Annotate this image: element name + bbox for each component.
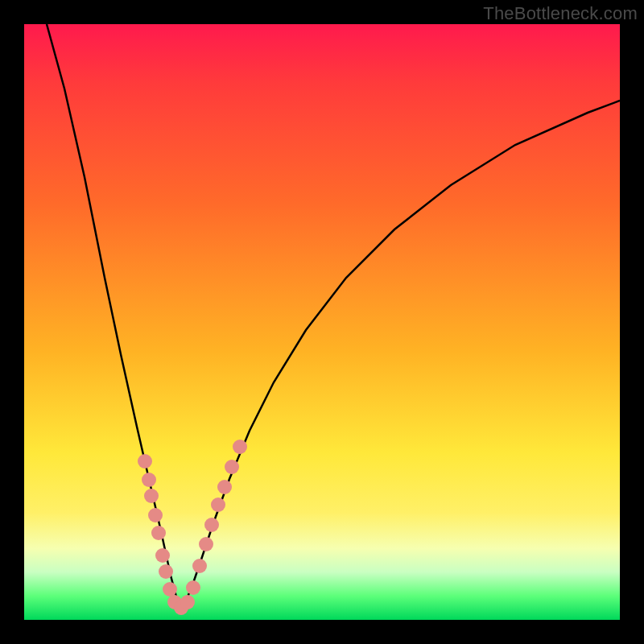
marker-dot bbox=[142, 473, 156, 487]
marker-dot bbox=[217, 480, 232, 494]
chart-frame: TheBottleneck.com bbox=[0, 0, 644, 644]
bottleneck-curve bbox=[47, 24, 620, 608]
marker-dot bbox=[186, 580, 200, 595]
marker-dot bbox=[199, 537, 213, 551]
marker-dot bbox=[211, 497, 225, 512]
watermark-text: TheBottleneck.com bbox=[483, 3, 638, 24]
marker-dot bbox=[159, 564, 173, 579]
marker-dot bbox=[225, 460, 239, 474]
marker-dot bbox=[138, 454, 152, 469]
marker-dot bbox=[204, 518, 219, 532]
marker-dot bbox=[155, 548, 170, 563]
marker-dot bbox=[192, 559, 207, 573]
plot-area bbox=[24, 24, 620, 620]
marker-dot bbox=[148, 508, 163, 522]
marker-dot bbox=[233, 440, 247, 454]
marker-dot bbox=[144, 489, 159, 503]
marker-dot bbox=[151, 526, 166, 540]
marker-dot bbox=[163, 582, 177, 597]
chart-svg bbox=[24, 24, 620, 620]
highlighted-points bbox=[138, 440, 247, 615]
marker-dot bbox=[180, 595, 195, 609]
